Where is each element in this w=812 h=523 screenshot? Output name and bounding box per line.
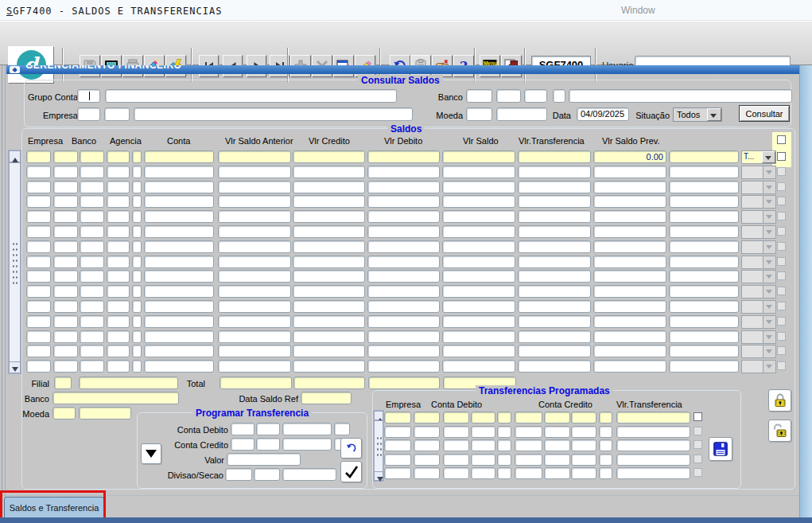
- banco-desc-input[interactable]: [569, 89, 792, 103]
- saldos-cell[interactable]: [293, 240, 365, 253]
- saldos-cell[interactable]: [132, 300, 142, 313]
- transferencias-cell[interactable]: [443, 412, 469, 423]
- saldos-cell[interactable]: [442, 225, 515, 238]
- saldos-cell[interactable]: [144, 345, 214, 357]
- transferencias-cell[interactable]: [384, 426, 411, 438]
- transferencias-scrollbar[interactable]: [373, 410, 384, 482]
- saldos-cell[interactable]: [669, 195, 739, 208]
- banco-input-2[interactable]: [496, 89, 521, 103]
- saldos-cell[interactable]: [293, 195, 365, 208]
- saldos-cell[interactable]: [26, 181, 51, 193]
- saldos-cell[interactable]: [132, 150, 142, 163]
- saldos-cell[interactable]: [593, 285, 666, 298]
- scroll-down-icon[interactable]: [374, 471, 383, 481]
- transferencias-scrollbar-thumb[interactable]: [374, 420, 383, 473]
- saldos-cell[interactable]: [518, 210, 591, 223]
- saldos-cell[interactable]: [26, 195, 51, 208]
- confirm-transferencia-button[interactable]: [340, 461, 362, 482]
- saldos-situacao-dropdown[interactable]: [741, 240, 776, 254]
- saldos-cell[interactable]: [367, 300, 440, 313]
- saldos-row-checkbox[interactable]: [777, 302, 786, 310]
- saldos-cell[interactable]: [669, 166, 739, 178]
- chevron-down-icon[interactable]: [763, 361, 775, 373]
- saldos-cell[interactable]: [367, 181, 440, 193]
- transferencias-cell[interactable]: [616, 454, 690, 466]
- chevron-down-icon[interactable]: [763, 196, 775, 208]
- saldos-row-checkbox[interactable]: [777, 227, 786, 236]
- saldos-cell[interactable]: [218, 285, 291, 298]
- saldos-cell[interactable]: [518, 360, 591, 373]
- saldos-cell[interactable]: [53, 360, 78, 373]
- saldos-scrollbar[interactable]: [8, 150, 21, 374]
- saldos-cell[interactable]: [26, 166, 51, 178]
- banco-input-3[interactable]: [524, 89, 547, 103]
- saldos-cell[interactable]: [53, 300, 78, 313]
- transferencias-cell[interactable]: [515, 467, 542, 479]
- saldos-cell[interactable]: [132, 166, 142, 178]
- saldos-situacao-dropdown[interactable]: [741, 285, 776, 299]
- saldos-cell[interactable]: [26, 256, 51, 268]
- filial-code-field[interactable]: [54, 377, 72, 389]
- saldos-cell[interactable]: [593, 195, 666, 208]
- saldos-cell[interactable]: [442, 345, 515, 357]
- saldos-cell[interactable]: [442, 270, 515, 283]
- saldos-cell[interactable]: [593, 315, 666, 328]
- chevron-down-icon[interactable]: [763, 271, 775, 283]
- chevron-down-icon[interactable]: [763, 331, 775, 343]
- consultar-button[interactable]: Consultar: [739, 105, 790, 122]
- transferencias-cell[interactable]: [544, 454, 570, 466]
- transferencias-cell[interactable]: [384, 412, 411, 423]
- saldos-cell[interactable]: [518, 240, 591, 253]
- saldos-cell[interactable]: [80, 300, 104, 313]
- saldos-cell[interactable]: [669, 256, 739, 268]
- saldos-cell[interactable]: [26, 285, 51, 298]
- situacao-dropdown[interactable]: Todos: [673, 107, 722, 122]
- chevron-down-icon[interactable]: [763, 166, 775, 178]
- saldos-cell[interactable]: [53, 181, 78, 193]
- conta-credito-conta-input[interactable]: [282, 438, 332, 451]
- saldos-cell[interactable]: [442, 195, 515, 208]
- saldos-cell[interactable]: [293, 225, 365, 238]
- saldos-cell[interactable]: [518, 345, 591, 357]
- transferencias-cell[interactable]: [384, 439, 411, 451]
- transferencias-cell[interactable]: [544, 467, 570, 479]
- saldos-cell[interactable]: [80, 360, 104, 373]
- saldos-cell[interactable]: [107, 270, 130, 283]
- mdi-scrollbar[interactable]: [799, 65, 812, 523]
- transferencias-cell[interactable]: [497, 439, 511, 451]
- transferencias-cell[interactable]: [515, 454, 542, 466]
- saldos-cell[interactable]: [367, 166, 440, 178]
- saldos-situacao-dropdown[interactable]: [741, 300, 776, 314]
- transferencias-cell[interactable]: [571, 426, 596, 438]
- saldos-cell[interactable]: [218, 345, 291, 357]
- saldos-cell[interactable]: [26, 210, 51, 223]
- saldos-situacao-dropdown[interactable]: [741, 345, 776, 358]
- saldos-cell[interactable]: [144, 166, 214, 178]
- chevron-down-icon[interactable]: [763, 301, 775, 313]
- saldos-row-checkbox[interactable]: [777, 212, 786, 221]
- saldos-cell[interactable]: [293, 166, 365, 178]
- empresa-filial-input[interactable]: [104, 107, 130, 121]
- saldos-cell[interactable]: [442, 330, 515, 343]
- saldos-cell[interactable]: [593, 240, 666, 253]
- saldos-cell[interactable]: [80, 315, 104, 328]
- saldos-cell[interactable]: [144, 195, 214, 208]
- saldos-situacao-dropdown[interactable]: T...: [741, 150, 776, 164]
- saldos-cell[interactable]: [144, 240, 214, 253]
- saldos-row-checkbox[interactable]: [777, 361, 786, 370]
- saldos-cell[interactable]: [132, 240, 142, 253]
- chevron-down-icon[interactable]: [762, 151, 775, 163]
- saldos-cell[interactable]: [293, 300, 365, 313]
- saldos-cell[interactable]: [80, 270, 104, 283]
- transferencias-cell[interactable]: [616, 426, 690, 438]
- saldos-cell[interactable]: [218, 330, 291, 343]
- saldos-cell[interactable]: [132, 285, 142, 298]
- saldos-cell[interactable]: [107, 315, 130, 328]
- chevron-down-icon[interactable]: [763, 241, 775, 253]
- transferencias-cell[interactable]: [599, 439, 612, 451]
- saldos-cell[interactable]: [53, 345, 78, 357]
- saldos-header-checkbox[interactable]: [777, 135, 786, 144]
- saldos-cell[interactable]: [593, 330, 666, 343]
- saldos-cell[interactable]: [132, 225, 142, 238]
- saldos-cell[interactable]: [80, 181, 104, 193]
